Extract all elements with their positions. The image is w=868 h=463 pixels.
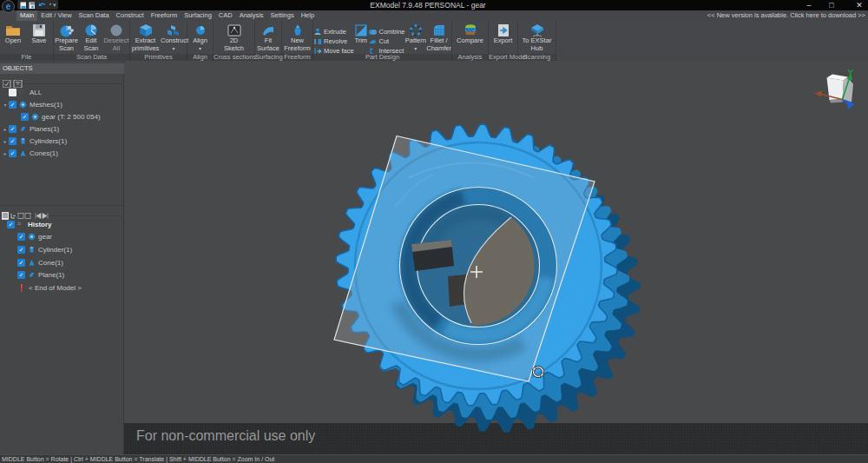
svg-text:For non-commercial use only: For non-commercial use only [136,428,315,443]
